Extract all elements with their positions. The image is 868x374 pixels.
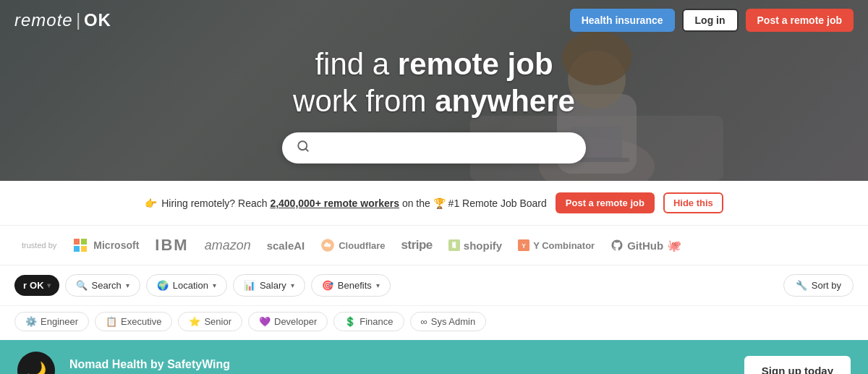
tag-senior-icon: ⭐	[189, 316, 200, 327]
tag-sysadmin-icon: ∞	[421, 316, 427, 327]
ycombinator-logo: Y Y Combinator	[518, 239, 595, 251]
promo-avatar-icon: 🌙	[27, 361, 46, 374]
promo-card: 🌙 Nomad Health by SafetyWing Global heal…	[0, 340, 868, 374]
trusted-logos: Microsoft IBM amazon scaleAI Cloudflare …	[74, 236, 681, 255]
search-icon	[297, 140, 310, 156]
search-filter-icon: 🔍	[76, 280, 88, 291]
hero-line-1: find a remote job	[293, 46, 575, 82]
svg-line-8	[305, 148, 307, 150]
trusted-by-section: trusted by Microsoft IBM amazon scaleAI …	[0, 225, 868, 265]
salary-filter-button[interactable]: 📊 Salary ▾	[233, 274, 305, 297]
trusted-by-label: trusted by	[22, 241, 56, 250]
hero-line-2-bold: anywhere	[435, 84, 575, 118]
tag-developer-label: Developer	[274, 316, 317, 327]
logo-ok: OK	[30, 280, 44, 291]
salary-chevron-icon: ▾	[291, 281, 294, 289]
hero-title: find a remote job work from anywhere	[293, 46, 575, 119]
shopify-logo: shopify	[448, 239, 502, 252]
tag-senior-label: Senior	[204, 316, 231, 327]
hero-line-2: work from anywhere	[293, 83, 575, 119]
promo-text: Nomad Health by SafetyWing Global health…	[69, 358, 730, 375]
amazon-logo: amazon	[205, 238, 251, 253]
logo-filter-button[interactable]: rOK ▾	[14, 275, 59, 296]
location-filter-button[interactable]: 🌍 Location ▾	[146, 274, 227, 297]
tag-sysadmin[interactable]: ∞ Sys Admin	[410, 312, 487, 331]
header: remote|OK Health insurance Log in Post a…	[0, 0, 868, 41]
banner-copy: Hiring remotely? Reach 2,400,000+ remote…	[161, 197, 547, 209]
post-remote-job-button[interactable]: Post a remote job	[746, 9, 854, 32]
search-input[interactable]	[315, 141, 571, 154]
sort-icon: 🔧	[796, 280, 807, 291]
health-insurance-button[interactable]: Health insurance	[570, 9, 675, 32]
benefits-chevron-icon: ▾	[376, 281, 380, 289]
tag-executive-label: Executive	[121, 316, 161, 327]
benefits-filter-icon: 🎯	[322, 280, 333, 291]
salary-filter-icon: 📊	[244, 280, 255, 291]
logo-chevron-icon: ▾	[47, 281, 51, 289]
tag-finance-icon: 💲	[344, 316, 356, 327]
tag-executive[interactable]: 📋 Executive	[95, 312, 172, 331]
tag-executive-icon: 📋	[106, 316, 117, 327]
location-chevron-icon: ▾	[213, 281, 216, 289]
microsoft-logo: Microsoft	[74, 239, 139, 252]
signup-button[interactable]: Sign up today	[744, 356, 851, 375]
benefits-filter-label: Benefits	[338, 280, 372, 291]
filter-bar: rOK ▾ 🔍 Search ▾ 🌍 Location ▾ 📊 Salary ▾…	[0, 265, 868, 305]
promo-avatar: 🌙	[17, 352, 55, 374]
tag-developer-icon: 💜	[259, 316, 271, 327]
scaleai-logo: scaleAI	[267, 239, 305, 252]
search-filter-label: Search	[92, 280, 122, 291]
benefits-filter-button[interactable]: 🎯 Benefits ▾	[311, 274, 391, 297]
hero-line-1-bold: remote job	[398, 47, 553, 81]
sort-by-button[interactable]: 🔧 Sort by	[783, 274, 854, 297]
salary-filter-label: Salary	[260, 280, 286, 291]
logo-text-italic: remote	[14, 10, 73, 30]
logo-r: r	[23, 280, 27, 291]
tag-sysadmin-label: Sys Admin	[431, 316, 475, 327]
search-filter-button[interactable]: 🔍 Search ▾	[65, 274, 140, 297]
location-filter-icon: 🌍	[157, 280, 169, 291]
login-button[interactable]: Log in	[682, 9, 739, 32]
microsoft-grid-icon	[74, 239, 87, 252]
banner-hide-button[interactable]: Hide this	[663, 192, 723, 213]
tag-engineer[interactable]: ⚙️ Engineer	[14, 312, 89, 331]
tag-developer[interactable]: 💜 Developer	[248, 312, 328, 331]
tag-finance-label: Finance	[359, 316, 393, 327]
banner-emoji: 👉	[145, 197, 157, 209]
tag-finance[interactable]: 💲 Finance	[333, 312, 404, 331]
github-logo: GitHub 🐙	[610, 239, 681, 252]
location-filter-label: Location	[173, 280, 208, 291]
search-bar[interactable]	[282, 132, 586, 163]
tag-engineer-label: Engineer	[41, 316, 78, 327]
tag-engineer-icon: ⚙️	[25, 316, 37, 327]
hiring-banner: 👉 Hiring remotely? Reach 2,400,000+ remo…	[0, 181, 868, 225]
hero-section: remote|OK Health insurance Log in Post a…	[0, 0, 868, 181]
sort-label: Sort by	[812, 280, 841, 291]
header-actions: Health insurance Log in Post a remote jo…	[570, 9, 854, 32]
logo: remote|OK	[14, 10, 111, 30]
promo-title: Nomad Health by SafetyWing	[69, 358, 730, 371]
tag-senior[interactable]: ⭐ Senior	[178, 312, 242, 331]
banner-text: 👉 Hiring remotely? Reach 2,400,000+ remo…	[145, 197, 547, 209]
banner-post-button[interactable]: Post a remote job	[556, 192, 655, 213]
svg-text:Y: Y	[522, 242, 526, 250]
github-octocat: 🐙	[667, 239, 681, 252]
stripe-logo: stripe	[401, 238, 433, 252]
banner-link[interactable]: 2,400,000+ remote workers	[270, 197, 399, 209]
search-chevron-icon: ▾	[126, 281, 129, 289]
cloudflare-logo: Cloudflare	[320, 238, 385, 252]
ibm-logo: IBM	[155, 236, 188, 255]
category-tags: ⚙️ Engineer 📋 Executive ⭐ Senior 💜 Devel…	[0, 305, 868, 340]
